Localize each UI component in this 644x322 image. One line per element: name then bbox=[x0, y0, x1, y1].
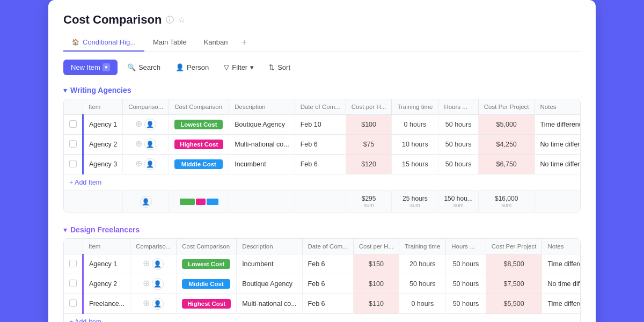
td-hours: 50 hours bbox=[446, 274, 486, 294]
tab-main-table[interactable]: Main Table bbox=[144, 34, 195, 52]
td-badge: Middle Cost bbox=[169, 155, 229, 174]
sum-row-writing: 👤 $295 sum bbox=[64, 191, 581, 213]
td-badge: Highest Cost bbox=[169, 135, 229, 155]
add-item-label-design[interactable]: + Add Item bbox=[64, 314, 581, 323]
td-sum-training: 25 hours sum bbox=[392, 191, 438, 213]
search-button[interactable]: 🔍 Search bbox=[122, 60, 166, 75]
td-compariso: ⊕ 👤 bbox=[130, 274, 177, 294]
td-check[interactable] bbox=[64, 135, 83, 155]
td-training: 20 hours bbox=[399, 254, 446, 274]
add-person-icon[interactable]: ⊕ bbox=[143, 298, 150, 308]
td-cost-project: $8,500 bbox=[486, 254, 542, 274]
add-person-icon[interactable]: ⊕ bbox=[135, 159, 142, 168]
td-sum-check bbox=[64, 191, 83, 213]
td-date: Feb 6 bbox=[295, 155, 346, 174]
add-person-icon[interactable]: ⊕ bbox=[135, 139, 142, 148]
search-icon: 🔍 bbox=[127, 63, 136, 71]
table-row: Agency 2 ⊕ 👤 Middle Cost Boutique Agency… bbox=[64, 274, 581, 294]
td-training: 0 hours bbox=[399, 294, 446, 314]
tab-kanban[interactable]: Kanban bbox=[195, 34, 237, 52]
td-cost-project: $4,250 bbox=[478, 135, 535, 155]
add-item-row-design[interactable]: + Add Item bbox=[64, 314, 581, 323]
tabs: 🏠 Conditional Hig... Main Table Kanban + bbox=[63, 33, 581, 52]
table-row: Agency 1 ⊕ 👤 Lowest Cost Incumbent Feb 6… bbox=[64, 254, 581, 274]
color-green bbox=[180, 199, 195, 205]
th-compariso-writing: Compariso... bbox=[123, 99, 169, 115]
td-description: Multi-national co... bbox=[237, 294, 302, 314]
th-training-writing: Training time bbox=[392, 99, 438, 115]
td-item: Freelance... bbox=[83, 294, 130, 314]
filter-button[interactable]: ▽ Filter ▾ bbox=[218, 60, 259, 75]
new-item-dropdown-arrow[interactable]: ▾ bbox=[103, 63, 110, 71]
td-compariso: ⊕ 👤 bbox=[130, 254, 177, 274]
tab-conditional[interactable]: 🏠 Conditional Hig... bbox=[63, 34, 144, 52]
td-description: Boutique Agency bbox=[229, 115, 295, 135]
th-notes-writing: Notes bbox=[535, 99, 581, 115]
td-cost-per-h: $75 bbox=[346, 135, 392, 155]
th-hours-writing: Hours ... bbox=[438, 99, 478, 115]
cost-badge: Highest Cost bbox=[174, 140, 223, 149]
sort-button[interactable]: ⇅ Sort bbox=[264, 60, 296, 75]
checkbox[interactable] bbox=[69, 160, 77, 167]
add-person-icon[interactable]: ⊕ bbox=[143, 259, 150, 268]
add-person-icon[interactable]: ⊕ bbox=[135, 119, 142, 128]
home-icon: 🏠 bbox=[72, 39, 79, 46]
filter-dropdown-icon: ▾ bbox=[250, 63, 254, 71]
checkbox[interactable] bbox=[69, 260, 77, 267]
sort-icon: ⇅ bbox=[269, 63, 275, 71]
td-cost-project: $6,750 bbox=[478, 155, 535, 174]
th-cost-project-design: Cost Per Project bbox=[486, 239, 542, 254]
filter-icon: ▽ bbox=[224, 63, 229, 71]
checkbox[interactable] bbox=[69, 140, 77, 148]
td-date: Feb 6 bbox=[302, 294, 353, 314]
td-date: Feb 6 bbox=[302, 274, 353, 294]
writing-agencies-table: Item Compariso... Cost Comparison Descri… bbox=[64, 99, 581, 212]
td-sum-hours: 150 hou... sum bbox=[438, 191, 478, 213]
th-cost-per-h-writing: Cost per H... bbox=[346, 99, 392, 115]
person-avatar: 👤 bbox=[144, 119, 156, 130]
td-date: Feb 6 bbox=[302, 254, 353, 274]
td-check[interactable] bbox=[64, 254, 83, 274]
td-hours: 50 hours bbox=[438, 115, 478, 135]
td-compariso: ⊕ 👤 bbox=[123, 155, 169, 174]
add-item-row-writing[interactable]: + Add Item bbox=[64, 174, 581, 191]
person-avatar: 👤 bbox=[144, 158, 156, 170]
checkbox[interactable] bbox=[69, 280, 77, 287]
td-description: Boutique Agency bbox=[237, 274, 302, 294]
person-avatar: 👤 bbox=[152, 298, 164, 310]
writing-agencies-toggle[interactable]: ▾ bbox=[63, 86, 67, 94]
checkbox[interactable] bbox=[69, 299, 77, 307]
td-sum-desc bbox=[229, 191, 295, 213]
add-tab-button[interactable]: + bbox=[236, 33, 252, 52]
person-button[interactable]: 👤 Person bbox=[170, 60, 214, 75]
td-cost-project: $7,500 bbox=[486, 274, 542, 294]
add-item-label[interactable]: + Add Item bbox=[64, 174, 581, 191]
th-check-writing bbox=[64, 99, 83, 115]
td-check[interactable] bbox=[64, 155, 83, 174]
add-person-icon[interactable]: ⊕ bbox=[143, 279, 150, 288]
td-item: Agency 1 bbox=[83, 254, 130, 274]
design-freelancers-toggle[interactable]: ▾ bbox=[63, 225, 67, 234]
th-item-design: Item bbox=[83, 239, 130, 254]
td-notes: No time difference bbox=[535, 135, 581, 155]
sum-person-icon: 👤 bbox=[140, 196, 152, 208]
color-pink bbox=[196, 199, 206, 205]
star-icon[interactable]: ☆ bbox=[178, 15, 185, 25]
th-cost-comparison-writing: Cost Comparison bbox=[169, 99, 229, 115]
info-icon[interactable]: ⓘ bbox=[166, 15, 174, 25]
td-check[interactable] bbox=[64, 294, 83, 314]
cost-badge: Middle Cost bbox=[174, 159, 223, 169]
td-cost-project: $5,500 bbox=[486, 294, 542, 314]
writing-agencies-table-wrap: Item Compariso... Cost Comparison Descri… bbox=[63, 99, 581, 213]
new-item-button[interactable]: New Item ▾ bbox=[63, 60, 118, 75]
td-sum-date bbox=[295, 191, 346, 213]
th-notes-design: Notes bbox=[542, 239, 581, 254]
td-notes: Time difference +7 hours bbox=[542, 294, 581, 314]
td-hours: 50 hours bbox=[446, 294, 486, 314]
td-check[interactable] bbox=[64, 115, 83, 135]
td-cost-per-h: $150 bbox=[353, 254, 399, 274]
td-date: Feb 10 bbox=[295, 115, 346, 135]
checkbox[interactable] bbox=[69, 120, 77, 128]
td-check[interactable] bbox=[64, 274, 83, 294]
td-sum-person: 👤 bbox=[123, 191, 169, 213]
